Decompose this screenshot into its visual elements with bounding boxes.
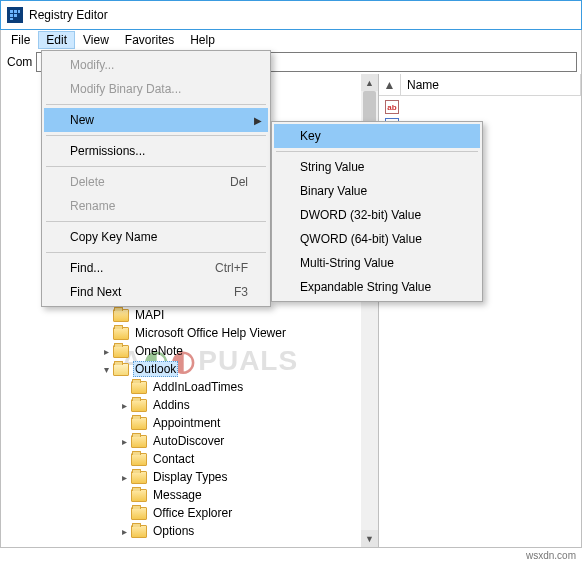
menu-item-find-next[interactable]: Find NextF3 xyxy=(44,280,268,304)
tree-label: Outlook xyxy=(133,361,178,377)
tree-label: Addins xyxy=(151,398,192,412)
scroll-up-button[interactable]: ▲ xyxy=(361,74,378,91)
menu-item-qword-64-bit-value[interactable]: QWORD (64-bit) Value xyxy=(274,227,480,251)
folder-icon xyxy=(113,309,129,322)
menu-item-key[interactable]: Key xyxy=(274,124,480,148)
collapse-icon[interactable] xyxy=(99,362,113,376)
tree-node[interactable]: Options xyxy=(5,522,378,540)
folder-icon xyxy=(131,471,147,484)
menu-item-label: Delete xyxy=(70,175,206,189)
expand-icon[interactable] xyxy=(99,344,113,358)
tree-node[interactable]: Appointment xyxy=(5,414,378,432)
menu-help[interactable]: Help xyxy=(182,31,223,49)
footer-credit: wsxdn.com xyxy=(526,550,576,561)
expand-icon[interactable] xyxy=(117,434,131,448)
menu-item-label: Modify... xyxy=(70,58,206,72)
tree-label: Display Types xyxy=(151,470,229,484)
menu-item-label: Multi-String Value xyxy=(300,256,480,270)
menu-item-label: Copy Key Name xyxy=(70,230,206,244)
sort-indicator-icon[interactable]: ▲ xyxy=(379,74,401,95)
folder-icon xyxy=(131,525,147,538)
tree-label: AddInLoadTimes xyxy=(151,380,245,394)
menu-file[interactable]: File xyxy=(3,31,38,49)
menu-item-find[interactable]: Find...Ctrl+F xyxy=(44,256,268,280)
folder-icon xyxy=(131,507,147,520)
tree: LyncMAPIMicrosoft Office Help ViewerOneN… xyxy=(1,288,378,540)
tree-label: AutoDiscover xyxy=(151,434,226,448)
column-header: ▲ Name xyxy=(379,74,581,96)
folder-icon xyxy=(131,399,147,412)
svg-rect-1 xyxy=(14,10,17,13)
tree-label: Appointment xyxy=(151,416,222,430)
tree-label: Office Explorer xyxy=(151,506,234,520)
menu-item-dword-32-bit-value[interactable]: DWORD (32-bit) Value xyxy=(274,203,480,227)
scroll-down-button[interactable]: ▼ xyxy=(361,530,378,547)
tree-node[interactable]: Outlook xyxy=(5,360,378,378)
folder-icon xyxy=(113,345,129,358)
menu-favorites[interactable]: Favorites xyxy=(117,31,182,49)
edit-menu: Modify...Modify Binary Data...New▶Permis… xyxy=(41,50,271,307)
tree-label: Microsoft Office Help Viewer xyxy=(133,326,288,340)
menu-item-delete: DeleteDel xyxy=(44,170,268,194)
menu-item-shortcut: Ctrl+F xyxy=(206,261,254,275)
folder-icon xyxy=(131,381,147,394)
menu-item-rename: Rename xyxy=(44,194,268,218)
tree-node[interactable]: AddInLoadTimes xyxy=(5,378,378,396)
folder-icon xyxy=(113,363,129,376)
menu-item-label: Find... xyxy=(70,261,206,275)
tree-label: Options xyxy=(151,524,196,538)
folder-icon xyxy=(131,417,147,430)
tree-label: Message xyxy=(151,488,204,502)
string-value-icon: ab xyxy=(385,100,399,114)
tree-label: MAPI xyxy=(133,308,166,322)
expand-icon[interactable] xyxy=(117,524,131,538)
menu-item-expandable-string-value[interactable]: Expandable String Value xyxy=(274,275,480,299)
menu-bar: File Edit View Favorites Help xyxy=(0,30,582,50)
tree-node[interactable]: Addins xyxy=(5,396,378,414)
svg-rect-3 xyxy=(10,14,13,17)
new-submenu: KeyString ValueBinary ValueDWORD (32-bit… xyxy=(271,121,483,302)
menu-item-label: QWORD (64-bit) Value xyxy=(300,232,480,246)
menu-item-modify-binary-data: Modify Binary Data... xyxy=(44,77,268,101)
folder-icon xyxy=(131,435,147,448)
tree-node[interactable]: Message xyxy=(5,486,378,504)
svg-rect-5 xyxy=(10,18,13,20)
title-bar: Registry Editor xyxy=(0,0,582,30)
tree-label: Contact xyxy=(151,452,196,466)
expand-icon[interactable] xyxy=(117,398,131,412)
menu-edit[interactable]: Edit xyxy=(38,31,75,49)
menu-item-multi-string-value[interactable]: Multi-String Value xyxy=(274,251,480,275)
menu-item-shortcut: Del xyxy=(206,175,254,189)
menu-item-permissions[interactable]: Permissions... xyxy=(44,139,268,163)
value-row[interactable]: ab xyxy=(379,98,581,116)
svg-rect-2 xyxy=(18,10,20,13)
svg-rect-4 xyxy=(14,14,17,17)
menu-item-label: New xyxy=(70,113,206,127)
svg-rect-0 xyxy=(10,10,13,13)
menu-item-string-value[interactable]: String Value xyxy=(274,155,480,179)
tree-node[interactable]: Display Types xyxy=(5,468,378,486)
column-name[interactable]: Name xyxy=(401,74,581,95)
menu-item-label: Permissions... xyxy=(70,144,206,158)
tree-node[interactable]: MAPI xyxy=(5,306,378,324)
menu-view[interactable]: View xyxy=(75,31,117,49)
tree-node[interactable]: Contact xyxy=(5,450,378,468)
window-title: Registry Editor xyxy=(29,8,108,22)
tree-node[interactable]: Microsoft Office Help Viewer xyxy=(5,324,378,342)
folder-icon xyxy=(113,327,129,340)
tree-label: OneNote xyxy=(133,344,185,358)
tree-node[interactable]: Office Explorer xyxy=(5,504,378,522)
tree-node[interactable]: OneNote xyxy=(5,342,378,360)
menu-item-label: Expandable String Value xyxy=(300,280,480,294)
menu-item-new[interactable]: New▶ xyxy=(44,108,268,132)
menu-item-modify: Modify... xyxy=(44,53,268,77)
expand-icon[interactable] xyxy=(117,470,131,484)
menu-item-binary-value[interactable]: Binary Value xyxy=(274,179,480,203)
app-icon xyxy=(7,7,23,23)
menu-item-copy-key-name[interactable]: Copy Key Name xyxy=(44,225,268,249)
folder-icon xyxy=(131,453,147,466)
menu-item-label: Binary Value xyxy=(300,184,480,198)
menu-item-label: Rename xyxy=(70,199,206,213)
tree-node[interactable]: AutoDiscover xyxy=(5,432,378,450)
menu-item-shortcut: F3 xyxy=(206,285,254,299)
